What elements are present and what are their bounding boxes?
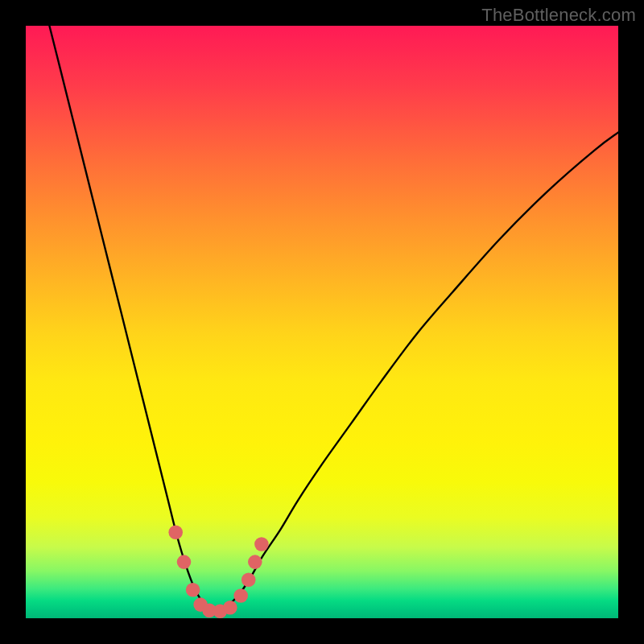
curve-marker [254,537,269,551]
curve-marker [177,555,192,569]
curve-marker [242,572,256,587]
chart-frame: TheBottleneck.com [0,0,644,644]
curve-marker [186,583,200,597]
curve-layer [26,26,618,618]
watermark-text: TheBottleneck.com [481,5,636,26]
curve-marker [223,601,237,615]
bottleneck-curve [49,26,618,613]
curve-marker [233,588,248,603]
curve-marker [168,526,183,540]
plot-area [26,26,618,618]
curve-marker [248,555,262,569]
